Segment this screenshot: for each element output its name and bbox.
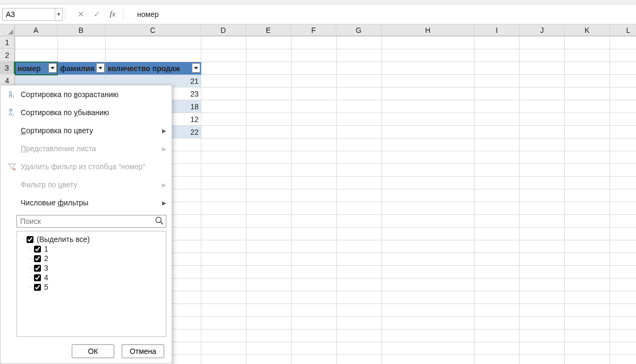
cell[interactable] — [336, 75, 381, 88]
column-header[interactable]: F — [291, 24, 336, 36]
cell[interactable] — [565, 37, 610, 49]
cell[interactable] — [246, 88, 291, 100]
cell[interactable] — [201, 138, 246, 151]
cell[interactable] — [336, 342, 381, 355]
filter-value-checkbox[interactable] — [34, 284, 41, 291]
row-header[interactable]: 2 — [0, 49, 15, 62]
cell[interactable] — [610, 164, 636, 177]
cell[interactable] — [474, 317, 520, 330]
cell[interactable] — [565, 75, 610, 88]
cell[interactable] — [565, 177, 610, 189]
cell[interactable] — [610, 240, 636, 253]
cell[interactable] — [246, 75, 291, 88]
cell[interactable] — [610, 253, 636, 266]
cell[interactable] — [520, 189, 565, 202]
cell[interactable] — [291, 62, 336, 75]
column-header[interactable]: I — [474, 24, 520, 36]
cell[interactable] — [201, 240, 246, 253]
filter-value-list[interactable]: ⋯ (Выделить все) ⋯1⋯2⋯3⋯4⋯5 — [16, 231, 166, 337]
cell[interactable] — [201, 342, 246, 355]
select-all-corner[interactable] — [0, 24, 15, 36]
cell[interactable] — [474, 62, 520, 75]
cell[interactable] — [336, 330, 381, 342]
cell[interactable] — [381, 164, 474, 177]
cell[interactable] — [520, 330, 565, 342]
cell[interactable] — [610, 37, 636, 49]
sort-descending[interactable]: ЯА↓ Сортировка по убыванию — [1, 103, 172, 122]
cell[interactable] — [474, 202, 520, 215]
cell[interactable] — [565, 113, 610, 126]
cell[interactable] — [336, 138, 381, 151]
cell[interactable] — [610, 330, 636, 342]
row-header[interactable]: 3 — [0, 62, 15, 74]
cell[interactable] — [201, 228, 246, 240]
cell[interactable] — [381, 330, 474, 342]
cell[interactable] — [246, 164, 291, 177]
cell[interactable] — [201, 177, 246, 189]
cell[interactable] — [610, 151, 636, 164]
cell[interactable] — [610, 202, 636, 215]
cell[interactable] — [246, 62, 291, 75]
cell[interactable] — [246, 202, 291, 215]
cell[interactable] — [381, 342, 474, 355]
cell[interactable] — [201, 317, 246, 330]
cell[interactable] — [246, 304, 291, 317]
select-all-checkbox[interactable] — [27, 236, 33, 243]
cell[interactable] — [610, 215, 636, 228]
cell[interactable] — [246, 240, 291, 253]
cell[interactable] — [291, 330, 336, 342]
cell[interactable] — [201, 266, 246, 279]
cell[interactable] — [336, 355, 381, 365]
cell[interactable] — [336, 228, 381, 240]
cell[interactable] — [381, 279, 474, 291]
cell[interactable] — [520, 88, 565, 100]
cell[interactable] — [201, 189, 246, 202]
cell[interactable] — [520, 138, 565, 151]
select-all-item[interactable]: ⋯ (Выделить все) — [21, 235, 162, 244]
cell[interactable] — [201, 49, 246, 62]
cell[interactable] — [291, 138, 336, 151]
filter-value-item[interactable]: ⋯3 — [21, 263, 162, 273]
cell[interactable] — [246, 253, 291, 266]
cell[interactable] — [474, 330, 520, 342]
cell[interactable] — [520, 266, 565, 279]
cell[interactable] — [246, 126, 291, 138]
cell[interactable] — [291, 228, 336, 240]
cell[interactable] — [201, 88, 246, 100]
cell[interactable] — [201, 126, 246, 138]
cell[interactable] — [201, 330, 246, 342]
cell[interactable] — [291, 164, 336, 177]
cell[interactable] — [565, 253, 610, 266]
fx-icon[interactable]: fx — [105, 10, 121, 19]
cell[interactable] — [610, 100, 636, 113]
cell[interactable] — [381, 62, 474, 75]
cell[interactable] — [201, 164, 246, 177]
cell[interactable] — [474, 240, 520, 253]
cell[interactable] — [565, 304, 610, 317]
column-header[interactable]: J — [520, 24, 565, 36]
cell[interactable] — [291, 240, 336, 253]
cell[interactable] — [336, 100, 381, 113]
cell[interactable] — [520, 100, 565, 113]
cell[interactable] — [520, 279, 565, 291]
cell[interactable] — [201, 253, 246, 266]
cell[interactable] — [381, 317, 474, 330]
cell[interactable] — [520, 317, 565, 330]
cell[interactable] — [336, 62, 381, 75]
cell[interactable] — [520, 240, 565, 253]
cell[interactable] — [565, 49, 610, 62]
column-header[interactable]: B — [57, 24, 105, 36]
cell[interactable] — [291, 189, 336, 202]
cell[interactable] — [336, 291, 381, 304]
cell[interactable] — [291, 37, 336, 49]
cell[interactable] — [201, 304, 246, 317]
cell[interactable] — [520, 215, 565, 228]
cell[interactable] — [246, 228, 291, 240]
cell[interactable] — [520, 151, 565, 164]
cell[interactable] — [520, 75, 565, 88]
cell[interactable] — [336, 164, 381, 177]
cell[interactable] — [520, 355, 565, 365]
cell[interactable] — [520, 62, 565, 75]
cell[interactable] — [291, 304, 336, 317]
number-filters[interactable]: Числовые фильтры ▶ — [1, 194, 172, 212]
